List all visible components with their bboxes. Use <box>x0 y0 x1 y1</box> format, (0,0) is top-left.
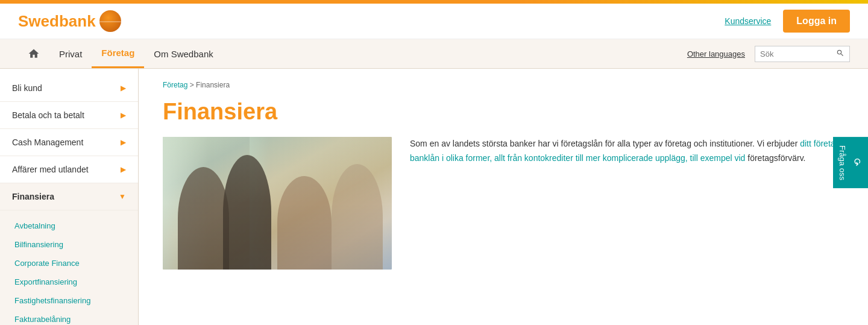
search-box <box>755 46 850 62</box>
breadcrumb: Företag > Finansiera <box>163 81 844 89</box>
sidebar-item-finansiera[interactable]: Finansiera ▼ <box>0 183 138 210</box>
nav-item-privat[interactable]: Privat <box>49 40 92 68</box>
content-text: Som en av landets största banker har vi … <box>410 137 844 166</box>
search-icon[interactable] <box>836 49 844 59</box>
header-right: Kundservice Logga in <box>725 10 850 33</box>
search-input[interactable] <box>760 49 832 58</box>
sidebar-sub-menu: Avbetalning Bilfinansiering Corporate Fi… <box>0 210 138 325</box>
fraga-oss-label: Fråga oss <box>838 145 847 180</box>
kundservice-link[interactable]: Kundservice <box>725 16 771 26</box>
content-body: Som en av landets största banker har vi … <box>163 137 844 270</box>
sidebar-item-cash-management[interactable]: Cash Management ▶ <box>0 129 138 156</box>
nav-item-foretag[interactable]: Företag <box>92 39 144 68</box>
logo-area: Swedbank <box>18 10 121 32</box>
arrow-down-icon: ▼ <box>119 192 126 201</box>
content-area: Företag > Finansiera Finansiera <box>139 69 868 325</box>
arrow-icon: ▶ <box>121 138 126 147</box>
sidebar: Bli kund ▶ Betala och ta betalt ▶ Cash M… <box>0 69 139 325</box>
sidebar-item-affarer[interactable]: Affärer med utlandet ▶ <box>0 156 138 183</box>
logo-text[interactable]: Swedbank <box>18 12 96 31</box>
arrow-icon: ▶ <box>121 111 126 119</box>
fraga-oss-icon: ⟲ <box>852 159 863 166</box>
nav-bar: Privat Företag Om Swedbank Other languag… <box>0 39 868 69</box>
sidebar-item-betala[interactable]: Betala och ta betalt ▶ <box>0 102 138 129</box>
page-title: Finansiera <box>163 99 844 125</box>
home-icon <box>28 48 40 60</box>
breadcrumb-finansiera: Finansiera <box>196 81 230 89</box>
content-image <box>163 137 392 270</box>
nav-right: Other languages <box>687 46 850 62</box>
main-layout: Bli kund ▶ Betala och ta betalt ▶ Cash M… <box>0 69 868 325</box>
sidebar-sub-item-fakturabelaning[interactable]: Fakturabelåning <box>0 310 138 325</box>
arrow-icon: ▶ <box>121 84 126 92</box>
arrow-icon: ▶ <box>121 165 126 174</box>
sidebar-sub-item-exportfinansiering[interactable]: Exportfinansiering <box>0 273 138 291</box>
fraga-oss-tab[interactable]: ⟲ Fråga oss <box>833 137 868 189</box>
highlight-text: ditt företag banklån i olika former, all… <box>410 139 840 163</box>
other-languages-link[interactable]: Other languages <box>687 49 745 58</box>
sidebar-sub-item-fastighetsfinansiering[interactable]: Fastighetsfinansiering <box>0 291 138 310</box>
nav-left: Privat Företag Om Swedbank <box>18 39 223 68</box>
header: Swedbank Kundservice Logga in <box>0 4 868 39</box>
sidebar-sub-item-avbetalning[interactable]: Avbetalning <box>0 216 138 235</box>
nav-home-button[interactable] <box>18 39 49 68</box>
sidebar-sub-item-corporate-finance[interactable]: Corporate Finance <box>0 254 138 273</box>
nav-item-om-swedbank[interactable]: Om Swedbank <box>144 40 222 68</box>
content-paragraph: Som en av landets största banker har vi … <box>410 137 844 166</box>
sidebar-sub-item-bilfinansiering[interactable]: Bilfinansiering <box>0 235 138 254</box>
sidebar-item-bli-kund[interactable]: Bli kund ▶ <box>0 75 138 102</box>
breadcrumb-foretag[interactable]: Företag <box>163 81 187 89</box>
breadcrumb-separator: > <box>190 81 196 89</box>
logga-in-button[interactable]: Logga in <box>783 10 850 33</box>
logo-globe-icon <box>99 10 121 32</box>
